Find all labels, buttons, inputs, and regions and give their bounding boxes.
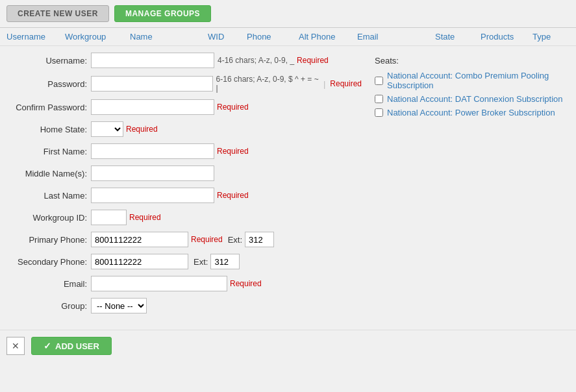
home-state-label: Home State: — [6, 125, 91, 134]
first-name-row: First Name: Required — [6, 143, 362, 159]
form-left: Username: 4-16 chars; A-z, 0-9, _ Requir… — [6, 53, 362, 320]
col-header-workgroup[interactable]: Workgroup — [65, 32, 130, 42]
confirm-password-row: Confirm Password: Required — [6, 99, 362, 115]
username-input[interactable] — [91, 53, 214, 68]
middle-name-label: Middle Name(s): — [6, 169, 91, 178]
bottom-bar: ✕ ✓ ADD USER — [0, 330, 576, 361]
primary-phone-required: Required — [191, 235, 223, 244]
middle-name-row: Middle Name(s): — [6, 165, 362, 181]
email-input[interactable] — [91, 276, 227, 291]
seat-item-1: National Account: Combo Premium Pooling … — [375, 71, 570, 90]
add-user-button[interactable]: ✓ ADD USER — [31, 337, 112, 355]
col-header-phone[interactable]: Phone — [247, 32, 299, 42]
col-header-username[interactable]: Username — [6, 32, 65, 42]
confirm-password-label: Confirm Password: — [6, 103, 91, 112]
seats-label: Seats: — [375, 56, 570, 66]
add-user-check-icon: ✓ — [44, 341, 51, 351]
col-header-email[interactable]: Email — [357, 32, 435, 42]
seat2-label[interactable]: National Account: DAT Connexion Subscrip… — [387, 94, 563, 104]
column-headers: Username Workgroup Name WID Phone Alt Ph… — [0, 28, 576, 46]
primary-phone-label: Primary Phone: — [6, 235, 91, 245]
first-name-label: First Name: — [6, 147, 91, 156]
username-hint: 4-16 chars; A-z, 0-9, _ — [218, 56, 294, 65]
col-header-state[interactable]: State — [435, 32, 481, 42]
username-required: Required — [297, 56, 329, 65]
workgroup-id-input[interactable] — [91, 210, 127, 225]
workgroup-id-row: Workgroup ID: Required — [6, 210, 362, 225]
seat3-checkbox[interactable] — [375, 108, 383, 117]
manage-groups-button[interactable]: MANAGE GROUPS — [114, 5, 211, 22]
seat1-checkbox[interactable] — [375, 77, 383, 85]
username-row: Username: 4-16 chars; A-z, 0-9, _ Requir… — [6, 53, 362, 68]
secondary-phone-label: Secondary Phone: — [6, 257, 91, 267]
email-row: Email: Required — [6, 276, 362, 291]
primary-phone-input[interactable] — [91, 232, 188, 247]
home-state-required: Required — [126, 125, 158, 134]
last-name-required: Required — [217, 191, 249, 200]
secondary-ext-label: Ext: — [194, 257, 208, 267]
home-state-select[interactable]: ALAKAZAR CACOCT — [91, 121, 123, 137]
first-name-required: Required — [217, 147, 249, 156]
last-name-label: Last Name: — [6, 191, 91, 201]
confirm-password-input[interactable] — [91, 99, 214, 115]
col-header-wid[interactable]: WID — [208, 32, 247, 42]
seat-item-3: National Account: Power Broker Subscript… — [375, 108, 570, 117]
password-input[interactable] — [91, 76, 213, 92]
form-area: Username: 4-16 chars; A-z, 0-9, _ Requir… — [0, 46, 576, 326]
home-state-row: Home State: ALAKAZAR CACOCT Required — [6, 121, 362, 137]
add-user-label: ADD USER — [55, 341, 99, 351]
password-row: Password: 6-16 chars; A-z, 0-9, $ ^ + = … — [6, 75, 362, 93]
seat3-label[interactable]: National Account: Power Broker Subscript… — [387, 108, 555, 117]
last-name-input[interactable] — [91, 188, 214, 203]
cancel-button[interactable]: ✕ — [6, 337, 25, 355]
seats-section: Seats: National Account: Combo Premium P… — [375, 53, 570, 320]
workgroup-id-required: Required — [129, 213, 161, 222]
primary-ext-label: Ext: — [228, 235, 242, 245]
group-select[interactable]: -- None -- Group 1 Group 2 — [91, 298, 147, 313]
seat-item-2: National Account: DAT Connexion Subscrip… — [375, 94, 570, 104]
create-new-user-button[interactable]: CREATE NEW USER — [6, 5, 109, 22]
group-row: Group: -- None -- Group 1 Group 2 — [6, 298, 362, 313]
first-name-input[interactable] — [91, 143, 214, 159]
seat2-checkbox[interactable] — [375, 95, 383, 103]
cancel-icon: ✕ — [12, 341, 19, 351]
col-header-name[interactable]: Name — [130, 32, 208, 42]
workgroup-id-label: Workgroup ID: — [6, 213, 91, 223]
secondary-ext-input[interactable] — [210, 254, 240, 269]
col-header-products[interactable]: Products — [481, 32, 532, 42]
email-required: Required — [230, 279, 262, 288]
confirm-password-required: Required — [217, 103, 249, 112]
col-header-type[interactable]: Type — [532, 32, 565, 42]
group-label: Group: — [6, 301, 91, 311]
email-label: Email: — [6, 279, 91, 289]
secondary-phone-input[interactable] — [91, 254, 188, 269]
password-label: Password: — [6, 79, 91, 89]
secondary-phone-row: Secondary Phone: Ext: — [6, 254, 362, 269]
last-name-row: Last Name: Required — [6, 188, 362, 203]
primary-phone-row: Primary Phone: Required Ext: — [6, 232, 362, 247]
col-header-alt-phone[interactable]: Alt Phone — [299, 32, 357, 42]
username-label: Username: — [6, 56, 91, 66]
password-hint: 6-16 chars; A-z, 0-9, $ ^ + = ~ | — [216, 75, 321, 93]
toolbar: CREATE NEW USER MANAGE GROUPS — [0, 0, 576, 28]
primary-ext-input[interactable] — [245, 232, 274, 247]
password-required: Required — [330, 79, 362, 88]
seat1-label[interactable]: National Account: Combo Premium Pooling … — [387, 71, 570, 90]
middle-name-input[interactable] — [91, 165, 214, 181]
pipe-sep: | — [323, 79, 325, 89]
